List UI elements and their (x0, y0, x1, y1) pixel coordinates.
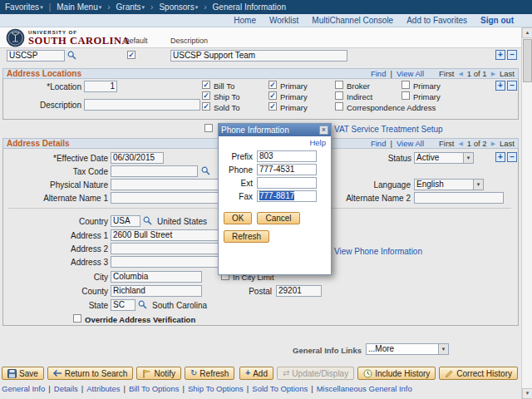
country-field[interactable]: USA (111, 215, 140, 227)
language-dropdown[interactable]: English ▼ (414, 179, 484, 190)
scroll-down-icon[interactable]: ▼ (522, 388, 532, 399)
city-field[interactable]: Columbia (111, 271, 202, 283)
breadcrumb-grants[interactable]: Grants▾ (116, 2, 145, 12)
vertical-scrollbar[interactable]: ▲ ▼ (521, 27, 532, 399)
ship-to-checkbox[interactable]: ✓ (202, 91, 210, 100)
dropdown-arrow-icon[interactable]: ▼ (463, 153, 473, 163)
previous-row-icon[interactable]: ◀ (458, 71, 462, 77)
next-row-icon[interactable]: ▶ (491, 140, 495, 147)
save-button[interactable]: Save (2, 367, 44, 380)
first-label[interactable]: First (439, 139, 454, 148)
broker-primary-checkbox[interactable] (401, 81, 410, 89)
footer-link-ship-to-options[interactable]: Ship To Options (188, 384, 244, 393)
lookup-magnifier-icon[interactable] (143, 216, 152, 225)
home-link[interactable]: Home (234, 16, 256, 25)
ship-primary-checkbox[interactable]: ✓ (268, 91, 277, 100)
footer-link-attributes[interactable]: Attributes (86, 384, 120, 393)
sponsor-description-field[interactable]: USCSP Support Team (170, 50, 347, 62)
sign-out-link[interactable]: Sign out (480, 16, 514, 25)
footer-link-miscellaneous-general-info[interactable]: Miscellaneous General Info (317, 384, 412, 393)
sold-primary-checkbox[interactable]: ✓ (268, 102, 277, 111)
notify-label: Notify (154, 369, 175, 378)
lookup-magnifier-icon[interactable] (201, 166, 210, 175)
ok-button[interactable]: OK (224, 212, 252, 224)
last-label[interactable]: Last (500, 139, 515, 148)
sold-to-checkbox[interactable]: ✓ (202, 102, 210, 111)
state-field[interactable]: SC (111, 299, 135, 311)
add-row-button[interactable]: + (495, 152, 505, 162)
footer-link-sold-to-options[interactable]: Sold To Options (252, 384, 308, 393)
breadcrumb-sponsors[interactable]: Sponsors▾ (159, 2, 198, 12)
separator: | (390, 139, 392, 148)
add-to-favorites-link[interactable]: Add to Favorites (406, 16, 467, 25)
find-link[interactable]: Find (371, 139, 386, 148)
worklist-link[interactable]: Worklist (269, 16, 298, 25)
description-label: Description (8, 101, 81, 110)
help-link[interactable]: Help (309, 138, 326, 147)
bill-to-checkbox[interactable]: ✓ (202, 81, 210, 89)
indirect-checkbox[interactable] (335, 91, 343, 100)
lookup-magnifier-icon[interactable] (138, 300, 147, 309)
sponsor-default-checkbox[interactable]: ✓ (127, 51, 135, 59)
fax-field[interactable]: 777-8817 (257, 190, 317, 202)
include-history-button[interactable]: Include History (357, 367, 436, 380)
cancel-button[interactable]: Cancel (257, 212, 299, 224)
bill-primary-checkbox[interactable]: ✓ (268, 81, 277, 89)
alternate-name2-field[interactable] (414, 192, 504, 204)
county-field[interactable]: Richland (111, 285, 202, 297)
add-row-button[interactable]: + (495, 81, 505, 91)
previous-row-icon[interactable]: ◀ (458, 140, 462, 147)
footer-link-general-info[interactable]: General Info (2, 384, 45, 393)
refresh-button[interactable]: ↻ Refresh (185, 367, 234, 380)
description-field[interactable] (84, 99, 200, 111)
scroll-up-icon[interactable]: ▲ (522, 27, 532, 38)
breadcrumb-general-information[interactable]: General Information (213, 2, 286, 12)
favorites-menu[interactable]: Favorites▾ (5, 2, 43, 12)
dropdown-arrow-icon[interactable]: ▼ (473, 180, 483, 190)
add-row-button[interactable]: + (495, 50, 505, 60)
override-address-verification-checkbox[interactable] (73, 314, 81, 323)
correspondence-address-checkbox[interactable] (335, 102, 343, 111)
general-info-links-dropdown[interactable]: ...More ▼ (366, 343, 449, 355)
delete-row-button[interactable]: – (507, 152, 517, 162)
view-all-link[interactable]: View All (397, 139, 424, 148)
alternate-name1-field[interactable] (111, 192, 235, 204)
multichannel-console-link[interactable]: MultiChannel Console (312, 16, 393, 25)
vat-checkbox[interactable] (204, 124, 213, 132)
add-button[interactable]: + Add (239, 367, 273, 380)
phone-field[interactable]: 777-4531 (257, 164, 317, 175)
dialog-titlebar[interactable]: Phone Information × (219, 124, 331, 136)
correct-history-button[interactable]: Correct History (439, 367, 518, 380)
scrollbar-thumb[interactable] (523, 39, 532, 82)
tax-code-field[interactable] (111, 165, 198, 177)
view-all-link[interactable]: View All (397, 69, 424, 78)
notify-button[interactable]: Notify (136, 367, 181, 380)
broker-checkbox[interactable] (335, 81, 343, 89)
close-icon[interactable]: × (319, 126, 328, 135)
main-menu[interactable]: Main Menu▾ (57, 2, 101, 12)
effective-date-field[interactable]: 06/30/2015 (111, 152, 164, 164)
ext-field[interactable] (257, 177, 317, 189)
state-label: State (8, 301, 108, 310)
postal-field[interactable]: 29201 (276, 285, 322, 297)
sponsor-id-field[interactable]: USCSP (7, 50, 65, 62)
dropdown-arrow-icon[interactable]: ▼ (438, 344, 448, 354)
prefix-field[interactable]: 803 (257, 150, 317, 162)
return-to-search-button[interactable]: Return to Search (47, 367, 134, 380)
delete-row-button[interactable]: – (507, 50, 517, 60)
delete-row-button[interactable]: – (507, 81, 517, 91)
lookup-magnifier-icon[interactable] (67, 51, 76, 60)
indirect-primary-checkbox[interactable] (401, 91, 410, 100)
footer-link-details[interactable]: Details (54, 384, 78, 393)
vat-service-treatment-setup-link[interactable]: VAT Service Treatment Setup (334, 125, 443, 134)
view-phone-information-link[interactable]: View Phone Information (334, 247, 422, 256)
last-label[interactable]: Last (500, 69, 515, 78)
location-field[interactable]: 1 (84, 81, 117, 92)
find-link[interactable]: Find (371, 69, 386, 78)
next-row-icon[interactable]: ▶ (491, 71, 495, 77)
first-label[interactable]: First (439, 69, 454, 78)
prefix-label: Prefix (224, 152, 257, 161)
modal-refresh-button[interactable]: Refresh (224, 230, 269, 243)
footer-link-bill-to-options[interactable]: Bill To Options (129, 384, 180, 393)
status-dropdown[interactable]: Active ▼ (414, 152, 474, 164)
